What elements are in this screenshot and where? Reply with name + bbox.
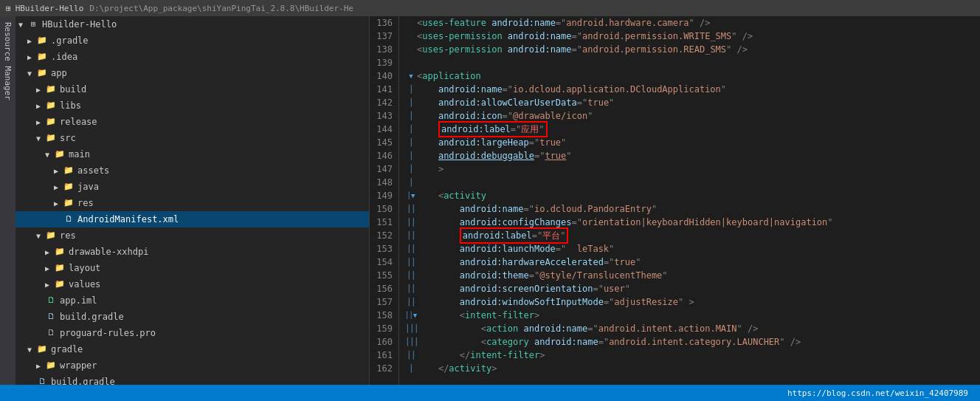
tree-item-build-gradle-app[interactable]: 🗋 build.gradle (15, 309, 369, 325)
folder-icon: 📁 (54, 148, 66, 160)
folder-icon: 📁 (45, 230, 57, 241)
tree-item-release[interactable]: 📁 release (15, 114, 369, 130)
tree-arrow (27, 37, 36, 45)
tree-item-app-iml[interactable]: 🗋 app.iml (15, 292, 369, 309)
tree-label: build (60, 84, 86, 95)
iml-icon: 🗋 (45, 295, 57, 306)
folder-icon: 📁 (36, 67, 48, 79)
tree-label: HBuilder-Hello (42, 19, 117, 30)
code-line-150: ││ android:name="io.dcloud.PandoraEntry" (405, 202, 974, 216)
code-line-146: │ android:debuggable="true" (405, 149, 974, 162)
code-line-140: ▼ <application (405, 69, 974, 83)
gradle-icon: 🗋 (45, 311, 57, 323)
code-editor[interactable]: 136 137 138 139 140 141 142 143 144 145 … (370, 16, 980, 385)
line-numbers: 136 137 138 139 140 141 142 143 144 145 … (370, 16, 399, 385)
tree-item-gradle-root[interactable]: 📁 gradle (15, 341, 369, 357)
tree-label: AndroidManifest.xml (77, 214, 179, 225)
file-tree: ⊞ HBuilder-Hello 📁 .gradle 📁 .idea 📁 app… (15, 16, 370, 385)
tree-item-assets[interactable]: 📁 assets (15, 162, 369, 179)
tree-item-build-gradle-root[interactable]: 🗋 build.gradle (15, 374, 369, 385)
tree-item-wrapper[interactable]: 📁 wrapper (15, 357, 369, 374)
tree-item-src[interactable]: 📁 src (15, 130, 369, 146)
tree-label: assets (77, 165, 109, 176)
tree-label: libs (60, 100, 81, 111)
tree-arrow (27, 69, 36, 78)
tree-item-gradle[interactable]: 📁 .gradle (15, 32, 369, 49)
tree-arrow (18, 21, 27, 29)
tree-item-res2[interactable]: 📁 res (15, 227, 369, 244)
resource-manager-label: Resource Manager (3, 22, 13, 100)
code-line-136: <uses-feature android:name="android.hard… (405, 16, 974, 30)
code-line-141: │ android:name="io.dcloud.application.DC… (405, 83, 974, 96)
tree-arrow (54, 199, 63, 208)
tree-item-build[interactable]: 📁 build (15, 81, 369, 97)
tree-label: src (60, 133, 76, 143)
tree-item-libs[interactable]: 📁 libs (15, 97, 369, 114)
title-text: HBuilder-Hello (15, 4, 84, 13)
tree-label: build.gradle (60, 312, 124, 322)
tree-arrow (54, 183, 63, 191)
tree-label: release (60, 117, 97, 127)
tree-arrow (27, 346, 36, 354)
tree-item-idea[interactable]: 📁 .idea (15, 49, 369, 65)
tree-label: proguard-rules.pro (60, 328, 156, 338)
code-line-155: ││ android:theme="@style/TranslucentThem… (405, 269, 974, 282)
tree-item-values[interactable]: 📁 values (15, 276, 369, 292)
folder-icon: 📁 (45, 83, 57, 95)
tree-label: drawable-xxhdpi (69, 247, 148, 257)
code-line-154: ││ android:hardwareAccelerated="true" (405, 256, 974, 269)
tree-label: java (77, 182, 99, 192)
code-content[interactable]: <uses-feature android:name="android.hard… (399, 16, 980, 385)
code-line-138: <uses-permission android:name="android.p… (405, 43, 974, 56)
tree-label: .gradle (51, 35, 89, 46)
tree-item-res[interactable]: 📁 res (15, 195, 369, 211)
code-line-144: │ android:label="应用" (405, 123, 974, 136)
code-line-139 (405, 56, 974, 69)
tree-arrow (45, 264, 54, 273)
tree-arrow (36, 118, 45, 126)
tree-item-app[interactable]: 📁 app (15, 65, 369, 81)
folder-icon: 📁 (36, 35, 48, 47)
xml-icon: 🗋 (63, 213, 75, 225)
code-line-145: │ android:largeHeap="true" (405, 136, 974, 149)
tree-label: gradle (51, 344, 83, 354)
folder-icon: 📁 (36, 51, 48, 63)
tree-arrow (27, 53, 36, 61)
tree-arrow (54, 167, 63, 175)
project-icon: ⊞ (6, 4, 11, 13)
tree-arrow (36, 362, 45, 370)
code-line-161: ││ </intent-filter> (405, 349, 974, 362)
tree-arrow (36, 232, 45, 240)
tree-label: app.iml (60, 295, 97, 306)
code-line-147: │ > (405, 162, 974, 176)
title-bar: ⊞ HBuilder-Hello D:\project\App_package\… (0, 0, 980, 16)
gradle-icon: 🗋 (36, 376, 48, 385)
tree-arrow (45, 281, 54, 289)
tree-item-proguard[interactable]: 🗋 proguard-rules.pro (15, 325, 369, 341)
resource-manager-tab[interactable]: Resource Manager (0, 16, 15, 385)
tree-item-hbuilder-hello[interactable]: ⊞ HBuilder-Hello (15, 16, 369, 32)
tree-label: wrapper (60, 360, 97, 371)
folder-icon: 📁 (36, 343, 48, 355)
tree-arrow (45, 151, 54, 159)
tree-item-java[interactable]: 📁 java (15, 179, 369, 195)
tree-arrow (36, 86, 45, 94)
tree-label: res (77, 198, 94, 208)
tree-label: res (60, 230, 76, 241)
code-line-148: │ (405, 176, 974, 189)
code-line-158: ││▼ <intent-filter> (405, 309, 974, 322)
code-line-160: │││ <category android:name="android.inte… (405, 335, 974, 349)
blog-url: https://blog.csdn.net/weixin_42407989 (787, 388, 968, 398)
folder-icon: 📁 (45, 116, 57, 128)
tree-arrow (36, 102, 45, 110)
tree-item-drawable-xxhdpi[interactable]: 📁 drawable-xxhdpi (15, 244, 369, 260)
folder-icon: 📁 (45, 132, 57, 144)
folder-icon: 📁 (54, 278, 66, 290)
tree-item-androidmanifest[interactable]: 🗋 AndroidManifest.xml (15, 211, 369, 227)
tree-item-layout[interactable]: 📁 layout (15, 260, 369, 276)
folder-icon: 📁 (54, 262, 66, 274)
folder-icon: 📁 (45, 360, 57, 371)
tree-item-main[interactable]: 📁 main (15, 146, 369, 162)
tree-label: .idea (51, 52, 77, 62)
code-line-162: │ </activity> (405, 362, 974, 375)
